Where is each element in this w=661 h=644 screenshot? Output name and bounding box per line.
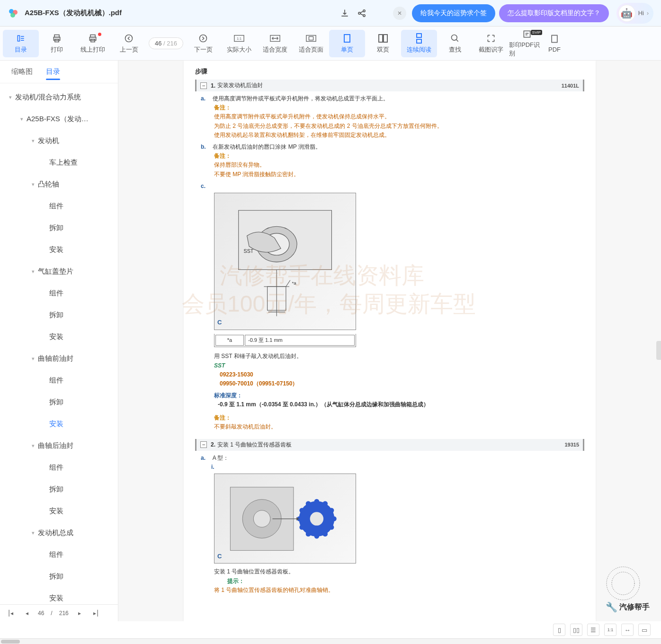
svg-point-16 bbox=[125, 35, 133, 42]
view-1-1-icon[interactable]: 1:1 bbox=[604, 624, 616, 636]
collapse-icon[interactable]: − bbox=[200, 82, 207, 89]
tree-node-label: 曲轴前油封 bbox=[38, 354, 73, 363]
tree-node-16[interactable]: ▾曲轴后油封 bbox=[0, 435, 118, 456]
toolbar-actual-size[interactable]: 1:1 实际大小 bbox=[221, 30, 257, 57]
tree-node-2[interactable]: ▾发动机 bbox=[0, 130, 118, 152]
tree-node-6[interactable]: 拆卸 bbox=[0, 217, 118, 239]
svg-rect-24 bbox=[379, 35, 383, 42]
last-page-button[interactable]: ▸⎮ bbox=[90, 610, 102, 617]
tree-node-10[interactable]: 拆卸 bbox=[0, 304, 118, 326]
tree-node-23[interactable]: 安装 bbox=[0, 587, 118, 604]
stamp-icon bbox=[604, 564, 642, 602]
horizontal-scrollbar[interactable] bbox=[0, 638, 661, 644]
assistant-avatar[interactable]: 🤖 Hi › bbox=[616, 3, 653, 24]
tree-node-4[interactable]: ▾凸轮轴 bbox=[0, 173, 118, 195]
svg-text:SST: SST bbox=[243, 248, 253, 254]
tree-node-label: 气缸盖垫片 bbox=[38, 267, 73, 276]
view-single-icon[interactable]: ▯ bbox=[553, 624, 565, 636]
tree-node-3[interactable]: 车上检查 bbox=[0, 152, 118, 173]
toolbar-fit-page[interactable]: 适合页面 bbox=[293, 30, 329, 57]
toolbar-prev-page[interactable]: 上一页 bbox=[111, 30, 147, 57]
first-page-button[interactable]: ⎮◂ bbox=[5, 610, 16, 617]
download-button[interactable] bbox=[336, 5, 353, 22]
toolbar-toc[interactable]: 目录 bbox=[3, 30, 39, 57]
content-area[interactable]: 步骤 − 1. 安装发动机后油封 11401L a. 使用高度调节附件或平板式举… bbox=[118, 61, 661, 621]
toolbar-fit-width[interactable]: 适合宽度 bbox=[257, 30, 293, 57]
prev-icon bbox=[124, 33, 134, 44]
step-b-note-0: 保持唇部没有异物。 bbox=[214, 161, 579, 170]
ai-prompt-1[interactable]: 给我今天的运势求个签 bbox=[412, 4, 495, 22]
toolbar-fitp-label: 适合页面 bbox=[299, 45, 323, 54]
section-1-header[interactable]: − 1. 安装发动机后油封 11401L bbox=[195, 80, 584, 91]
collapse-icon-2[interactable]: − bbox=[200, 441, 207, 448]
toolbar-cloud-print[interactable]: 线上打印 bbox=[75, 30, 111, 57]
tree-node-17[interactable]: 组件 bbox=[0, 456, 118, 478]
tree-node-9[interactable]: 组件 bbox=[0, 282, 118, 304]
toolbar-crop-ocr[interactable]: 截图识字 bbox=[473, 30, 509, 57]
toolbar: 目录 打印 线上打印 上一页 46 / 216 下一页 1:1 实际大小 适合宽… bbox=[0, 27, 661, 61]
prev-page-button[interactable]: ◂ bbox=[23, 610, 31, 617]
tree-node-11[interactable]: 安装 bbox=[0, 326, 118, 348]
tree-node-22[interactable]: 拆卸 bbox=[0, 565, 118, 587]
step-a-note-0: 使用高度调节附件或平板式举升机附件，使发动机保持总成保持水平。 bbox=[214, 112, 579, 121]
notification-dot-icon bbox=[98, 33, 101, 36]
tree-node-15[interactable]: 安装 bbox=[0, 413, 118, 435]
tree-node-5[interactable]: 组件 bbox=[0, 195, 118, 217]
view-fitw-icon[interactable]: ↔ bbox=[621, 624, 634, 636]
svg-point-42 bbox=[322, 501, 328, 506]
section-2-title: 安装 1 号曲轴位置传感器齿板 bbox=[217, 441, 292, 449]
tree-node-0[interactable]: ▾发动机/混合动力系统 bbox=[0, 86, 118, 108]
toolbar-print[interactable]: 打印 bbox=[39, 30, 75, 57]
tree-node-label: 车上检查 bbox=[49, 158, 78, 167]
tree-node-21[interactable]: 组件 bbox=[0, 544, 118, 565]
svg-rect-21 bbox=[306, 35, 316, 41]
tab-thumbnails[interactable]: 缩略图 bbox=[5, 63, 39, 81]
tree-node-19[interactable]: 安装 bbox=[0, 500, 118, 522]
section-1-title: 安装发动机后油封 bbox=[217, 81, 263, 89]
svg-point-46 bbox=[322, 531, 328, 537]
toolbar-next-page[interactable]: 下一页 bbox=[185, 30, 221, 57]
close-prompts-button[interactable]: ✕ bbox=[393, 7, 406, 20]
step-c-body: 用 SST 和锤子敲入发动机后油封。 bbox=[214, 352, 579, 361]
tree-node-label: 安装 bbox=[49, 245, 63, 254]
toolbar-pdf[interactable]: PDF bbox=[545, 30, 564, 57]
view-fitp-icon[interactable]: ▭ bbox=[638, 624, 651, 636]
toolbar-single-page[interactable]: 单页 bbox=[329, 30, 365, 57]
chevron-down-icon: ▾ bbox=[28, 443, 38, 449]
view-double-icon[interactable]: ▯▯ bbox=[570, 624, 582, 636]
section-2-header[interactable]: − 2. 安装 1 号曲轴位置传感器齿板 19315 bbox=[195, 439, 584, 451]
step-b-text: 在新发动机后油封的唇口涂抹 MP 润滑脂。 bbox=[213, 143, 321, 150]
next-page-button[interactable]: ▸ bbox=[75, 610, 84, 617]
figure-1-c-label: C bbox=[217, 318, 222, 328]
tree-node-8[interactable]: ▾气缸盖垫片 bbox=[0, 260, 118, 282]
toolbar-crop-label: 截图识字 bbox=[479, 45, 503, 54]
page-sep: / bbox=[163, 40, 165, 47]
tree-node-14[interactable]: 拆卸 bbox=[0, 391, 118, 413]
tree-node-1[interactable]: ▾A25B-FXS（发动… bbox=[0, 108, 118, 130]
view-continuous-icon[interactable]: ☰ bbox=[587, 624, 599, 636]
toolbar-double-page[interactable]: 双页 bbox=[365, 30, 401, 57]
tree-node-7[interactable]: 安装 bbox=[0, 239, 118, 260]
header-bar: A25B-FXS（发动机机械）.pdf ✕ 给我今天的运势求个签 怎么提取影印版… bbox=[0, 0, 661, 27]
outline-tree[interactable]: ▾发动机/混合动力系统▾A25B-FXS（发动…▾发动机车上检查▾凸轮轴组件拆卸… bbox=[0, 83, 118, 604]
svg-text:*a: *a bbox=[292, 280, 296, 286]
print-icon bbox=[52, 33, 62, 44]
tree-node-18[interactable]: 拆卸 bbox=[0, 478, 118, 500]
toolbar-continuous[interactable]: 连续阅读 bbox=[401, 30, 437, 57]
tree-node-12[interactable]: ▾曲轴前油封 bbox=[0, 348, 118, 369]
continuous-icon bbox=[414, 33, 424, 44]
tree-node-20[interactable]: ▾发动机总成 bbox=[0, 522, 118, 544]
tab-outline[interactable]: 目录 bbox=[39, 63, 67, 81]
scrollbar-thumb[interactable] bbox=[1, 640, 20, 644]
chevron-down-icon: ▾ bbox=[17, 116, 27, 122]
toolbar-find[interactable]: 查找 bbox=[437, 30, 473, 57]
tree-node-label: 组件 bbox=[49, 202, 63, 211]
tree-node-13[interactable]: 组件 bbox=[0, 369, 118, 391]
share-button[interactable] bbox=[353, 5, 370, 22]
toolbar-scan-ocr[interactable]: SVIP 影印PDF识别 bbox=[509, 30, 545, 57]
svg-point-2 bbox=[10, 13, 15, 18]
page-indicator[interactable]: 46 / 216 bbox=[149, 37, 183, 49]
ai-prompt-2[interactable]: 怎么提取影印版文档里的文字？ bbox=[499, 4, 609, 22]
panel-handle[interactable] bbox=[656, 341, 661, 360]
figure-1-table: *a -0.9 至 1.1 mm bbox=[214, 334, 356, 348]
